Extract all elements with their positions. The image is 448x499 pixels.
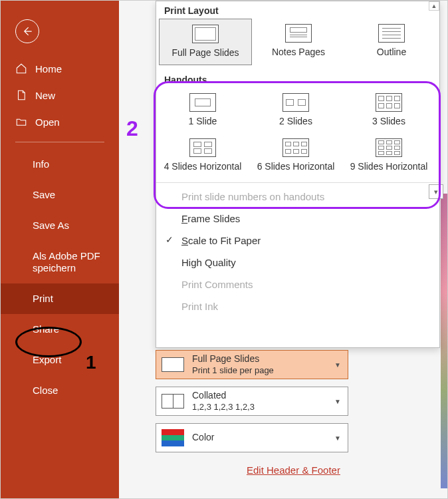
layout-label: Full Page Slides xyxy=(160,47,251,58)
option-print-slide-numbers: Print slide numbers on handouts xyxy=(156,186,439,208)
new-file-icon xyxy=(15,89,27,101)
notes-pages-icon xyxy=(285,24,312,43)
handout-2-slides[interactable]: 2 Slides xyxy=(249,88,342,133)
option-print-ink: Print Ink xyxy=(156,295,439,317)
handout-label: 3 Slides xyxy=(342,116,435,126)
handout-label: 6 Slides Horizontal xyxy=(249,161,342,172)
collated-icon xyxy=(162,394,184,409)
three-slides-icon xyxy=(376,93,402,112)
section-title-handouts: Handouts xyxy=(156,71,439,88)
print-options-section: Print slide numbers on handouts Frame Sl… xyxy=(156,183,439,317)
one-slide-icon xyxy=(189,93,216,112)
handout-1-slide[interactable]: 1 Slide xyxy=(156,88,249,133)
sidebar-item-new[interactable]: New xyxy=(1,82,119,108)
sidebar-item-save-as[interactable]: Save As xyxy=(1,210,119,241)
dropdown-title: Color xyxy=(192,432,214,444)
chevron-down-icon: ▼ xyxy=(334,361,341,369)
six-slides-icon xyxy=(282,138,309,157)
popup-scroll-up[interactable]: ▲ xyxy=(429,1,439,11)
sidebar-item-label: New xyxy=(35,90,55,101)
option-scale-to-fit[interactable]: ✓ Scale to Fit Paper xyxy=(156,230,439,251)
sidebar-item-export[interactable]: Export xyxy=(1,345,119,375)
sidebar-item-close[interactable]: Close xyxy=(1,375,119,406)
section-title-print-layout: Print Layout xyxy=(156,1,439,19)
option-print-comments: Print Comments xyxy=(156,273,439,295)
sidebar-item-print[interactable]: Print xyxy=(1,283,119,314)
backstage-sidebar: Home New Open Info Save Save As Als Adob… xyxy=(1,1,119,498)
dropdown-title: Full Page Slides xyxy=(192,353,274,365)
handout-9-horizontal[interactable]: 9 Slides Horizontal xyxy=(342,133,435,178)
layout-label: Notes Pages xyxy=(252,47,345,57)
layout-option-notes[interactable]: Notes Pages xyxy=(252,19,345,65)
layout-dropdown[interactable]: Full Page Slides Print 1 slide per page … xyxy=(156,350,348,379)
home-icon xyxy=(15,63,27,75)
check-icon: ✓ xyxy=(166,234,173,245)
handout-label: 2 Slides xyxy=(249,116,342,126)
layout-option-full-page[interactable]: Full Page Slides xyxy=(159,19,252,65)
back-button[interactable] xyxy=(15,19,39,43)
collated-dropdown[interactable]: Collated 1,2,3 1,2,3 1,2,3 ▼ xyxy=(156,387,348,416)
handout-6-horizontal[interactable]: 6 Slides Horizontal xyxy=(249,133,342,178)
sidebar-item-label: Home xyxy=(35,63,62,75)
sidebar-item-info[interactable]: Info xyxy=(1,149,119,180)
arrow-left-icon xyxy=(21,25,34,38)
folder-open-icon xyxy=(15,116,27,128)
handout-3-slides[interactable]: 3 Slides xyxy=(342,88,435,133)
sidebar-item-adobe-pdf[interactable]: Als Adobe PDF speichern xyxy=(1,241,119,283)
preview-thumb-strip xyxy=(441,194,447,488)
chevron-down-icon: ▼ xyxy=(334,398,341,405)
print-layout-row: Full Page Slides Notes Pages Outline xyxy=(156,19,439,65)
sidebar-divider xyxy=(15,142,104,142)
sidebar-item-save[interactable]: Save xyxy=(1,180,119,210)
sidebar-item-label: Open xyxy=(35,116,60,128)
two-slides-icon xyxy=(282,93,309,112)
chevron-down-icon: ▼ xyxy=(334,434,341,442)
option-frame-slides[interactable]: Frame Slides xyxy=(156,208,439,230)
layout-option-outline[interactable]: Outline xyxy=(345,19,438,65)
sidebar-item-home[interactable]: Home xyxy=(1,55,119,82)
color-dropdown[interactable]: Color ▼ xyxy=(156,423,348,452)
sidebar-item-share[interactable]: Share xyxy=(1,314,119,345)
option-high-quality[interactable]: High Quality xyxy=(156,251,439,273)
handouts-row-1: 1 Slide 2 Slides 3 Slides xyxy=(156,88,439,133)
layout-label: Outline xyxy=(345,47,438,57)
handouts-row-2: 4 Slides Horizontal 6 Slides Horizontal xyxy=(156,133,439,178)
full-page-icon xyxy=(162,357,184,372)
sidebar-item-open[interactable]: Open xyxy=(1,108,119,135)
handout-label: 9 Slides Horizontal xyxy=(342,161,435,172)
print-layout-popup: ▲ Print Layout Full Page Slides Notes Pa… xyxy=(156,1,440,348)
handout-label: 4 Slides Horizontal xyxy=(156,161,249,172)
handout-label: 1 Slide xyxy=(156,116,249,126)
nine-slides-icon xyxy=(376,138,402,157)
dropdown-subtitle: 1,2,3 1,2,3 1,2,3 xyxy=(192,402,255,413)
outline-icon xyxy=(378,24,405,43)
dropdown-subtitle: Print 1 slide per page xyxy=(192,365,274,376)
four-slides-icon xyxy=(189,138,216,157)
handout-4-horizontal[interactable]: 4 Slides Horizontal xyxy=(156,133,249,178)
dropdown-title: Collated xyxy=(192,390,255,402)
color-swatch-icon xyxy=(162,429,184,446)
edit-header-footer-link[interactable]: Edit Header & Footer xyxy=(247,464,340,476)
app-root: Home New Open Info Save Save As Als Adob… xyxy=(0,0,448,499)
full-page-icon xyxy=(192,25,219,43)
